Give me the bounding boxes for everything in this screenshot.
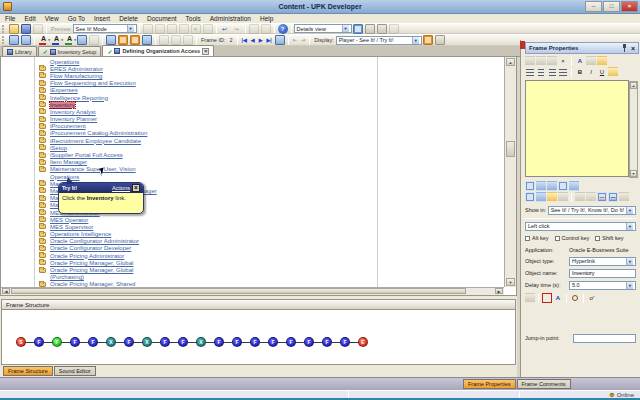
responsibility-link[interactable]: Flow Sequencing and Execution bbox=[50, 80, 136, 86]
list-item[interactable]: iProcurement bbox=[39, 123, 503, 130]
action-icon-area[interactable]: ▭ bbox=[608, 192, 618, 202]
action-icon-screen[interactable] bbox=[536, 192, 546, 202]
object-type-select[interactable]: Hyperlink ▼ bbox=[569, 257, 636, 266]
scroll-right-icon[interactable]: ▶ bbox=[495, 288, 503, 294]
bubble-text-editor[interactable]: ▲ ▼ bbox=[525, 80, 629, 177]
responsibility-link[interactable]: iProcurement Catalog Administration bbox=[50, 130, 147, 136]
align-right-icon[interactable] bbox=[547, 67, 557, 77]
frame-node[interactable]: F bbox=[304, 337, 314, 347]
responsibility-link[interactable]: iSetup bbox=[50, 145, 67, 151]
frame-node[interactable]: F bbox=[160, 337, 170, 347]
panel-tab[interactable]: Frame Structure bbox=[3, 366, 53, 376]
list-item[interactable]: ERES Administrator bbox=[39, 65, 503, 72]
responsibility-link[interactable]: ERES Administrator bbox=[50, 66, 103, 72]
frame-copy-icon[interactable] bbox=[21, 35, 31, 45]
font-color-icon[interactable] bbox=[608, 67, 618, 77]
template-icon[interactable] bbox=[106, 35, 116, 45]
list-item[interactable]: Oracle Pricing Administrator bbox=[39, 252, 503, 259]
undo-icon[interactable]: ↩ bbox=[220, 24, 230, 34]
document-tab[interactable]: ✓ Inventory Setup × bbox=[38, 46, 102, 56]
frame-new-icon[interactable] bbox=[9, 35, 19, 45]
list-item[interactable]: Inventory bbox=[39, 101, 503, 108]
font-color-red-icon[interactable]: A▾ bbox=[37, 35, 50, 46]
responsibility-link[interactable]: iProcurement bbox=[50, 123, 86, 129]
list-item[interactable]: Operations bbox=[39, 173, 503, 180]
spellcheck-icon[interactable] bbox=[586, 56, 596, 66]
list-item[interactable]: Oracle Pricing Manager, Global bbox=[39, 266, 503, 273]
menu-item[interactable]: Go To bbox=[68, 15, 85, 22]
document-tab[interactable]: ✓ Library × bbox=[2, 46, 37, 56]
chevron-down-icon[interactable]: ▼ bbox=[127, 25, 134, 32]
frame-node[interactable]: F bbox=[232, 337, 242, 347]
list-item[interactable]: Oracle Pricing Manager, Global bbox=[39, 259, 503, 266]
frame-node[interactable]: E bbox=[358, 337, 368, 347]
responsibility-link[interactable]: Oracle Configurator Administrator bbox=[50, 238, 139, 244]
modifier-key-option[interactable]: Shift key bbox=[595, 235, 623, 241]
pin-icon[interactable] bbox=[621, 44, 628, 52]
open-icon[interactable] bbox=[9, 24, 19, 34]
view-split-icon[interactable] bbox=[377, 24, 387, 34]
action-icon-folder[interactable] bbox=[547, 192, 557, 202]
bubble-icon-custom[interactable] bbox=[558, 181, 568, 191]
align-left-icon[interactable] bbox=[525, 67, 535, 77]
responsibility-link[interactable]: Maintenance Super User, Vision bbox=[50, 166, 136, 172]
chevron-down-icon[interactable]: ▼ bbox=[626, 258, 633, 265]
frame-node[interactable]: F bbox=[178, 337, 188, 347]
close-button[interactable]: × bbox=[621, 1, 638, 12]
checkbox-icon[interactable] bbox=[555, 236, 560, 241]
action-icon-marquee[interactable]: ▭ bbox=[597, 192, 607, 202]
underline-icon[interactable]: U bbox=[597, 67, 607, 77]
chevron-down-icon[interactable]: ▼ bbox=[342, 25, 349, 32]
responsibility-link[interactable]: Oracle Pricing Manager, Global bbox=[50, 267, 133, 273]
last-frame-button[interactable]: ▶| bbox=[266, 37, 271, 43]
checkbox-icon[interactable] bbox=[525, 236, 530, 241]
panel-tab[interactable]: Frame Comments bbox=[517, 379, 571, 389]
list-item[interactable]: Inventory Analyst bbox=[39, 108, 503, 115]
previous-frame-button[interactable]: ◀ bbox=[251, 37, 255, 43]
list-item[interactable]: Oracle Configurator Administrator bbox=[39, 238, 503, 245]
list-item[interactable]: Oracle Configurator Developer bbox=[39, 245, 503, 252]
list-item[interactable]: Operations bbox=[39, 58, 503, 65]
list-item[interactable]: iRecruitment Employee Candidate bbox=[39, 137, 503, 144]
responsibility-link[interactable]: Inventory Analyst bbox=[50, 109, 96, 115]
recapture-icon[interactable] bbox=[142, 35, 152, 45]
responsibility-link[interactable]: Inventory bbox=[50, 102, 75, 108]
action-icon-brush[interactable] bbox=[558, 192, 568, 202]
sigma-icon[interactable]: σ′ bbox=[587, 293, 597, 303]
bubble-icon-display[interactable] bbox=[525, 181, 535, 191]
responsibility-link[interactable]: Inventory Planner bbox=[50, 116, 97, 122]
font-color-green-icon[interactable]: A▾ bbox=[63, 35, 76, 46]
menu-item[interactable]: View bbox=[45, 15, 59, 22]
responsibility-link[interactable]: Oracle Pricing Administrator bbox=[50, 253, 124, 259]
minimize-button[interactable]: – bbox=[585, 1, 602, 12]
frame-node[interactable]: S bbox=[16, 337, 26, 347]
action-icon-paste[interactable] bbox=[586, 192, 596, 202]
list-item[interactable]: Inventory Planner bbox=[39, 116, 503, 123]
document-tab[interactable]: ✓ Defining Organization Access × bbox=[102, 45, 214, 56]
list-item[interactable]: MES Operator bbox=[39, 216, 503, 223]
modifier-key-option[interactable]: Alt key bbox=[525, 235, 549, 241]
scroll-thumb[interactable] bbox=[506, 141, 515, 157]
close-tab-icon[interactable]: × bbox=[202, 48, 209, 55]
keep-text-icon[interactable]: A bbox=[553, 293, 563, 303]
responsibility-link[interactable]: Oracle Pricing Manager, Global bbox=[50, 260, 133, 266]
list-item[interactable]: Flow Manufacturing bbox=[39, 72, 503, 79]
chevron-down-icon[interactable]: ▼ bbox=[626, 282, 633, 289]
list-item[interactable]: Maintenance Super User, Vision bbox=[39, 166, 503, 173]
list-item[interactable]: iProcurement Catalog Administration bbox=[39, 130, 503, 137]
responsibility-link[interactable]: Oracle Configurator Developer bbox=[50, 245, 131, 251]
scroll-down-icon[interactable]: ▼ bbox=[630, 170, 637, 177]
chevron-down-icon[interactable]: ▼ bbox=[626, 223, 633, 230]
menu-item[interactable]: Administration bbox=[210, 15, 251, 22]
show-in-select[interactable]: See It! / Try It!, Know It!, Do It! ▼ bbox=[548, 206, 636, 215]
menu-item[interactable]: Insert bbox=[94, 15, 110, 22]
bold-icon[interactable]: B bbox=[575, 67, 585, 77]
timer-icon[interactable] bbox=[570, 293, 580, 303]
frame-node[interactable]: F bbox=[322, 337, 332, 347]
frame-node[interactable]: F bbox=[124, 337, 134, 347]
frame-node[interactable]: X bbox=[142, 337, 152, 347]
frame-node[interactable]: F bbox=[88, 337, 98, 347]
italic-icon[interactable]: I bbox=[586, 67, 596, 77]
editor-scrollbar[interactable]: ▲ ▼ bbox=[629, 81, 638, 178]
view-list-icon[interactable] bbox=[365, 24, 375, 34]
